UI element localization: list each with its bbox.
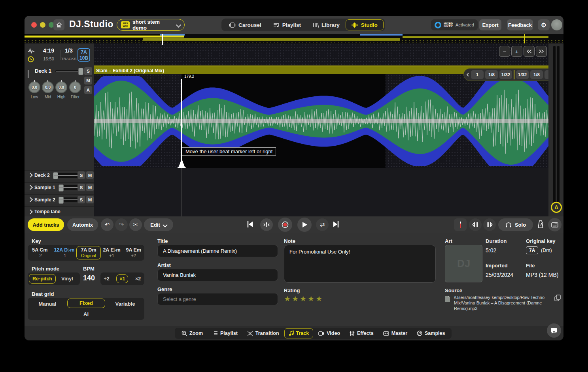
- support-chat-button[interactable]: [547, 323, 561, 338]
- overview-marker[interactable]: [524, 34, 525, 43]
- rating-stars[interactable]: ★★★★★: [284, 294, 323, 303]
- edit-menu-button[interactable]: Edit: [144, 218, 173, 231]
- user-avatar[interactable]: [551, 19, 562, 30]
- key-option-12a[interactable]: 12A D♭m-1: [52, 247, 77, 258]
- record-button[interactable]: [278, 218, 292, 232]
- deck1-volume-handle[interactable]: [78, 68, 83, 75]
- beatgrid-ai-option[interactable]: AI: [28, 311, 144, 317]
- tab-playlist-bottom[interactable]: Playlist: [208, 328, 242, 338]
- deck1-collapse-chevron[interactable]: [28, 70, 28, 77]
- nudge-right-button[interactable]: [483, 218, 496, 231]
- beatgrid-fixed-option[interactable]: Fixed: [67, 299, 105, 308]
- bpm-value[interactable]: 140: [83, 274, 95, 282]
- shortcuts-button[interactable]: [548, 218, 562, 231]
- genre-input[interactable]: [157, 293, 278, 305]
- mixedinkey-badge[interactable]: MIXED INKEY Activated: [431, 19, 478, 30]
- minimize-window-button[interactable]: [40, 22, 45, 28]
- autopilot-badge[interactable]: A: [551, 202, 562, 213]
- sample2-lane[interactable]: Sample 2 S M: [25, 194, 94, 204]
- sample1-solo-button[interactable]: S: [78, 184, 85, 191]
- chevron-left-icon[interactable]: [466, 73, 469, 77]
- artist-input[interactable]: [157, 269, 278, 281]
- title-input[interactable]: [157, 245, 278, 257]
- deck2-solo-button[interactable]: S: [78, 171, 85, 179]
- skip-to-start-button[interactable]: [246, 220, 254, 228]
- high-knob[interactable]: 0.0: [55, 81, 67, 93]
- key-option-5a[interactable]: 5A Cm-2: [28, 247, 52, 258]
- deck2-mute-button[interactable]: M: [86, 171, 94, 179]
- bpm-x1-option[interactable]: ×1: [116, 274, 128, 283]
- tab-master[interactable]: Master: [379, 328, 412, 338]
- nudge-left-button[interactable]: [469, 218, 482, 231]
- go-to-playhead-button[interactable]: [260, 218, 273, 231]
- bpm-x2-option[interactable]: ×2: [135, 276, 141, 282]
- tab-samples[interactable]: Samples: [412, 328, 449, 338]
- tab-zoom[interactable]: Zoom: [177, 328, 207, 338]
- zoom-in-button[interactable]: +: [511, 46, 522, 57]
- scrollbar-track-2[interactable]: [557, 46, 560, 203]
- key-option-2a[interactable]: 2A E♭m+1: [101, 247, 123, 258]
- deck2-volume-slider[interactable]: [53, 173, 81, 178]
- add-tracks-button[interactable]: Add tracks: [28, 218, 64, 231]
- tab-library[interactable]: Library: [307, 19, 346, 30]
- waveform-canvas[interactable]: 179.2 Move the user beat marker left or …: [94, 74, 548, 168]
- beatgrid-variable-option[interactable]: Variable: [106, 301, 144, 307]
- undo-button[interactable]: ↶: [101, 218, 113, 231]
- jump-fwd-1-32[interactable]: 1/32: [516, 70, 529, 79]
- tab-track[interactable]: Track: [284, 328, 314, 338]
- tab-playlist[interactable]: Playlist: [267, 19, 307, 30]
- album-art[interactable]: DJ: [445, 245, 482, 282]
- key-option-7a-original[interactable]: 7A DmOriginal: [76, 246, 101, 259]
- deck1-solo-button[interactable]: S: [84, 67, 92, 75]
- tab-studio[interactable]: Studio: [346, 19, 384, 30]
- cut-button[interactable]: ✂: [129, 218, 142, 231]
- feedback-button[interactable]: Feedback: [507, 19, 533, 30]
- loop-button[interactable]: ⇄: [316, 218, 329, 231]
- vinyl-option[interactable]: Vinyl: [61, 276, 73, 282]
- tempo-lane[interactable]: Tempo lane: [25, 206, 94, 216]
- bpm-half-option[interactable]: ÷2: [104, 276, 110, 282]
- low-knob[interactable]: 0.0: [28, 81, 40, 93]
- beatgrid-manual-option[interactable]: Manual: [28, 301, 67, 307]
- skip-to-end-button[interactable]: [332, 220, 340, 228]
- overview-playhead[interactable]: [162, 34, 163, 45]
- copy-icon[interactable]: [554, 295, 561, 301]
- add-beat-marker-button[interactable]: [454, 218, 467, 231]
- overview-timeline[interactable]: [25, 34, 563, 43]
- zoom-out-button[interactable]: −: [499, 46, 510, 57]
- deck1-mute-button[interactable]: M: [84, 77, 92, 85]
- jump-fwd-1-8[interactable]: 1/8: [530, 70, 543, 79]
- filter-knob[interactable]: 0: [69, 81, 81, 93]
- tab-transition[interactable]: Transition: [243, 328, 284, 338]
- sample2-solo-button[interactable]: S: [78, 196, 85, 203]
- rewind-button[interactable]: [524, 46, 535, 57]
- tab-effects[interactable]: Effects: [345, 328, 378, 338]
- jump-back-1-8[interactable]: 1/8: [485, 70, 498, 79]
- tab-video[interactable]: Video: [314, 328, 344, 338]
- deck1-volume-slider[interactable]: [55, 70, 83, 72]
- project-selector[interactable]: MP3 WAV short stem demo: [117, 19, 185, 31]
- export-button[interactable]: Export: [479, 19, 501, 30]
- home-button[interactable]: [53, 19, 64, 30]
- note-textarea[interactable]: For Promotional Use Only!: [284, 245, 436, 283]
- repitch-option[interactable]: Re-pitch: [29, 274, 56, 284]
- jump-back-1-32[interactable]: 1/32: [499, 70, 512, 79]
- fast-forward-button[interactable]: [536, 46, 547, 57]
- automix-button[interactable]: Automix: [67, 218, 98, 231]
- deck1-auto-button[interactable]: A: [84, 86, 92, 94]
- sample1-mute-button[interactable]: M: [86, 184, 94, 191]
- mid-knob[interactable]: 0.0: [42, 81, 54, 93]
- source-path[interactable]: /Users/noahfeasey-kemp/Desktop/Raw Techn…: [454, 295, 551, 311]
- scrollbar-track-1[interactable]: [553, 46, 556, 203]
- key-range-badge[interactable]: 7A 10B: [78, 48, 90, 62]
- key-option-9a[interactable]: 9A Em+2: [123, 247, 144, 258]
- sample1-lane[interactable]: Sample 1 S M: [25, 182, 94, 192]
- metronome-button[interactable]: [537, 220, 545, 229]
- jump-back-1[interactable]: 1: [471, 70, 484, 79]
- sample2-mute-button[interactable]: M: [86, 196, 94, 203]
- tab-carousel[interactable]: Carousel: [223, 19, 267, 30]
- settings-button[interactable]: ⚙: [538, 19, 550, 30]
- play-button[interactable]: [297, 218, 312, 232]
- deck2-lane[interactable]: Deck 2 S M: [25, 170, 94, 180]
- solo-button[interactable]: Solo: [498, 218, 533, 231]
